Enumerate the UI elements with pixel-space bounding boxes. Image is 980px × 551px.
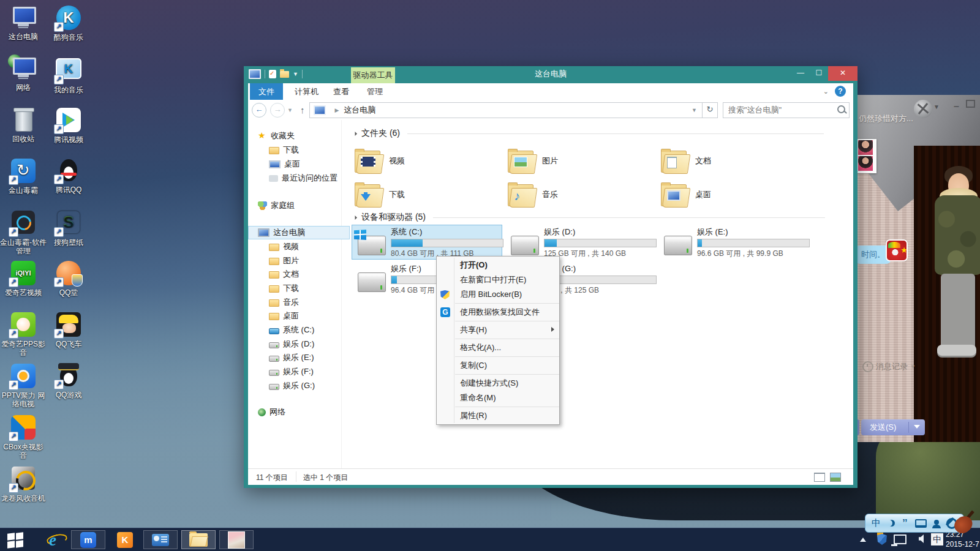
- collapse-ribbon-chevron-icon[interactable]: ⌄: [823, 88, 829, 96]
- search-input[interactable]: [727, 103, 834, 117]
- desktop-icon-qq-speed[interactable]: ↗ QQ飞车: [45, 312, 92, 348]
- folders-section-header[interactable]: 文件夹 (6): [353, 128, 824, 139]
- sidebar-item-homegroup[interactable]: 家庭组: [248, 199, 350, 212]
- fullwidth-moon-icon[interactable]: [888, 520, 895, 527]
- show-hidden-icons-button[interactable]: [860, 538, 866, 542]
- menu-item-properties[interactable]: 属性(R): [437, 408, 559, 423]
- folder-tile-downloads[interactable]: 下载: [353, 179, 499, 211]
- folder-tile-pictures[interactable]: 图片: [507, 145, 652, 177]
- desktop-icon-iqiyi[interactable]: iQIYI↗ 爱奇艺视频: [0, 260, 47, 297]
- forward-button[interactable]: →: [270, 103, 285, 118]
- desktop-icon-tornado-radio[interactable]: ↗ 龙卷风收音机: [0, 465, 47, 503]
- folder-icon: [269, 285, 279, 293]
- qq-maximize-button[interactable]: [966, 100, 975, 108]
- desktop-icon-qqtang[interactable]: ↗ QQ堂: [45, 260, 92, 297]
- drive-tools-tab[interactable]: 驱动器工具: [351, 67, 395, 83]
- folder-tile-music[interactable]: ♪ 音乐: [507, 179, 652, 211]
- details-view-icon[interactable]: [814, 473, 825, 482]
- qq-skin-menu-chevron-icon[interactable]: ▼: [933, 103, 940, 110]
- menu-item-open[interactable]: 打开(O): [437, 258, 559, 272]
- desktop-icon-pptv[interactable]: ↗ PPTV聚力 网络电视: [0, 363, 47, 408]
- taskbar-ie-button[interactable]: e: [36, 530, 70, 549]
- folder-icon: [269, 258, 279, 265]
- drive-tile-c[interactable]: 系统 (C:) 80.4 GB 可用 , 共 111 GB: [352, 225, 502, 260]
- sidebar-item-this-pc[interactable]: 这台电脑: [248, 226, 350, 239]
- qq-chat-window[interactable]: ▼ – 仍然珍惜对方... 时间。 消息记录 ▼ 发送(S): [855, 95, 980, 442]
- menu-item-open-new-window[interactable]: 在新窗口中打开(E): [437, 272, 559, 287]
- desktop-icon-label: 网络: [0, 83, 47, 92]
- collapse-triangle-icon[interactable]: [353, 215, 357, 219]
- security-shield-icon[interactable]: [877, 534, 887, 545]
- punctuation-icon[interactable]: ’’: [902, 518, 907, 529]
- menu-item-format[interactable]: 格式化(A)...: [437, 340, 559, 355]
- address-dropdown-chevron-icon[interactable]: ▼: [692, 107, 697, 113]
- drive-tile-e[interactable]: 娱乐 (E:) 96.6 GB 可用 , 共 99.9 GB: [658, 225, 809, 260]
- taskbar-photo-viewer-button[interactable]: [219, 530, 254, 549]
- taskbar-maxthon-button[interactable]: m: [71, 530, 105, 549]
- maximize-button[interactable]: ☐: [810, 66, 828, 81]
- folder-icon: [269, 244, 279, 251]
- desktop-icon-cbox[interactable]: ↗ CBox央视影音: [0, 414, 47, 460]
- user-icon[interactable]: [934, 520, 939, 525]
- ime-indicator[interactable]: 中: [931, 533, 943, 545]
- qq-penguin-icon: ↗: [55, 158, 83, 184]
- close-button[interactable]: ✕: [828, 66, 858, 81]
- desktop-icon-sogou-wallpaper[interactable]: S↗ 搜狗壁纸: [45, 209, 92, 247]
- drive-tile-d[interactable]: 娱乐 (D:) 125 GB 可用 , 共 140 GB: [505, 225, 655, 260]
- help-icon[interactable]: ?: [835, 86, 846, 97]
- system-drive-icon: [269, 328, 279, 334]
- drives-section-header[interactable]: 设备和驱动器 (5): [353, 212, 825, 223]
- refresh-button[interactable]: ↻: [703, 102, 718, 118]
- volume-icon[interactable]: [919, 534, 924, 543]
- desktop-icon-this-pc[interactable]: 这台电脑: [0, 5, 47, 41]
- tab-view[interactable]: 查看: [325, 83, 358, 100]
- soft-keyboard-icon[interactable]: [915, 519, 927, 528]
- message-history-button[interactable]: 消息记录 ▼: [862, 361, 916, 372]
- thumbnails-view-icon[interactable]: [830, 473, 841, 482]
- network-tray-icon[interactable]: [894, 534, 907, 544]
- taskbar-explorer-button[interactable]: [181, 530, 216, 549]
- ime-mode-indicator[interactable]: 中: [872, 517, 881, 529]
- taskbar-kugou-button[interactable]: K: [108, 530, 142, 549]
- menu-item-create-shortcut[interactable]: 创建快捷方式(S): [437, 376, 559, 391]
- title-bar[interactable]: ▼ 这台电脑 驱动器工具 — ☐ ✕: [244, 66, 858, 83]
- folder-tile-documents[interactable]: 文档: [660, 145, 805, 177]
- menu-item-share[interactable]: 共享(H): [437, 323, 559, 337]
- breadcrumb[interactable]: ▶ 这台电脑 ▼: [309, 102, 703, 118]
- qq-minimize-button[interactable]: –: [954, 101, 959, 112]
- tab-file[interactable]: 文件: [250, 83, 283, 100]
- menu-item-bitlocker[interactable]: 启用 BitLocker(B): [437, 287, 559, 302]
- desktop-icon-kingsoft[interactable]: ↻↗ 金山毒霸: [0, 158, 47, 195]
- tab-manage[interactable]: 管理: [358, 83, 391, 100]
- send-options-chevron-icon[interactable]: [914, 425, 920, 429]
- desktop-icon-pps[interactable]: ↗ 爱奇艺PPS影音: [0, 312, 47, 357]
- send-button[interactable]: 发送(S): [861, 419, 925, 435]
- start-button[interactable]: [6, 532, 31, 548]
- desktop-icon-qq[interactable]: ↗ 腾讯QQ: [45, 158, 92, 194]
- history-chevron-icon[interactable]: ▼: [287, 107, 293, 113]
- desktop-icon-tencent-video[interactable]: ↗ 腾讯视频: [45, 107, 92, 144]
- folder-tile-desktop[interactable]: 桌面: [660, 179, 805, 211]
- chat-sender-avatar-icon[interactable]: [887, 241, 907, 260]
- sidebar-item-favorites[interactable]: ★收藏夹: [248, 129, 350, 143]
- desktop-icon-network[interactable]: 网络: [0, 56, 47, 92]
- desktop-icon-kingsoft-soft[interactable]: ↗ 金山毒霸-软件管理: [0, 209, 47, 255]
- desktop-icon-qq-game[interactable]: ↗ QQ游戏: [45, 363, 92, 399]
- desktop-icon-recycle-bin[interactable]: 回收站: [0, 107, 47, 143]
- qq-avatar-photos[interactable]: [857, 139, 876, 173]
- search-box[interactable]: [723, 102, 850, 118]
- minimize-button[interactable]: —: [791, 66, 810, 81]
- back-button[interactable]: ←: [252, 103, 266, 118]
- desktop-icon-my-music[interactable]: K↗ 我的音乐: [45, 56, 92, 94]
- menu-item-copy[interactable]: 复制(C): [437, 358, 559, 373]
- menu-item-data-recovery[interactable]: G使用数据恢复找回文件: [437, 305, 559, 320]
- ime-toolbar[interactable]: 中 ’’: [865, 514, 964, 533]
- tab-computer[interactable]: 计算机: [286, 83, 327, 100]
- up-button[interactable]: ↑: [300, 105, 305, 115]
- desktop-icon-kugou[interactable]: K↗ 酷狗音乐: [45, 5, 92, 42]
- sidebar-item-network[interactable]: 网络: [248, 405, 350, 419]
- taskbar-control-panel-button[interactable]: [143, 530, 178, 549]
- folder-tile-videos[interactable]: 视频: [353, 145, 499, 177]
- collapse-triangle-icon[interactable]: [353, 131, 357, 135]
- menu-item-rename[interactable]: 重命名(M): [437, 391, 559, 405]
